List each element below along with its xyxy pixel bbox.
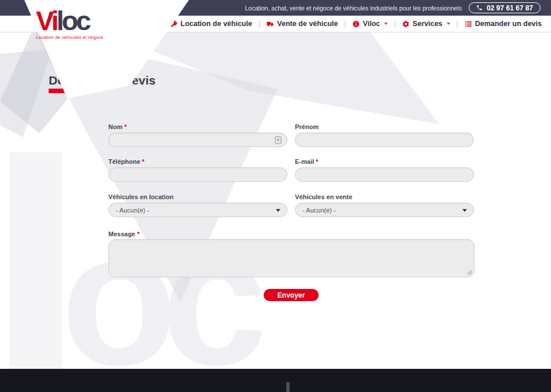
nav-services-menu[interactable]: Services	[402, 20, 450, 28]
vehicules-vente-label: Véhicules en vente	[295, 193, 352, 200]
select-value: - Aucun(e) -	[302, 207, 335, 214]
topbar-tagline: Location, achat, vente et négoce de véhi…	[245, 5, 462, 12]
nav-separator: |	[457, 20, 458, 28]
logo-text-dark: loc	[57, 5, 89, 36]
nav-label: Services	[413, 20, 442, 28]
info-icon	[352, 20, 360, 28]
resize-handle-icon[interactable]	[467, 270, 472, 275]
message-textarea[interactable]	[109, 240, 474, 277]
nav-separator: |	[258, 20, 260, 28]
telephone-label: Téléphone*	[108, 158, 144, 165]
list-icon	[465, 20, 472, 28]
nav-vente-de-vehicule[interactable]: Vente de véhicule	[267, 20, 338, 28]
nav-label: Location de véhicule	[181, 20, 253, 28]
nav-separator: |	[344, 20, 346, 28]
truck-icon	[267, 20, 274, 28]
chevron-down-icon	[276, 209, 280, 212]
envoyer-button[interactable]: Envoyer	[264, 289, 319, 301]
page: oc Location, achat, vente et négoce de v…	[0, 0, 551, 392]
chevron-down-icon	[384, 23, 388, 25]
gear-icon	[402, 20, 410, 28]
nav-label: Demander un devis	[475, 20, 542, 28]
autofill-icon[interactable]	[275, 136, 282, 144]
required-asterisk: *	[142, 158, 144, 165]
email-input[interactable]	[295, 168, 473, 181]
footer	[0, 369, 551, 392]
logo[interactable]: Viloc Location de vehicules et négoce	[36, 7, 103, 40]
background-left-band	[9, 152, 62, 369]
chevron-down-icon	[447, 23, 450, 25]
phone-icon	[476, 5, 483, 11]
nav-viloc-menu[interactable]: Viloc	[352, 20, 388, 28]
nav-location-de-vehicule[interactable]: Location de véhicule	[170, 20, 253, 28]
prenom-field-wrap	[295, 133, 474, 147]
required-asterisk: *	[137, 230, 139, 237]
phone-button[interactable]: 02 97 61 67 87	[469, 2, 541, 13]
nav-demander-un-devis[interactable]: Demander un devis	[465, 20, 542, 28]
nom-field-wrap	[108, 133, 287, 147]
nav-separator: |	[394, 20, 396, 28]
nom-label: Nom*	[108, 123, 127, 130]
required-asterisk: *	[316, 158, 318, 165]
telephone-input[interactable]	[109, 168, 287, 181]
chevron-down-icon	[462, 209, 467, 212]
prenom-input[interactable]	[295, 133, 473, 146]
required-asterisk: *	[124, 123, 126, 130]
nom-input[interactable]	[109, 133, 287, 146]
nav-label: Vente de véhicule	[277, 20, 338, 28]
logo-tagline: Location de vehicules et négoce	[36, 35, 103, 40]
nav-label: Viloc	[363, 20, 380, 28]
email-field-wrap	[295, 167, 474, 182]
vehicules-vente-select[interactable]: - Aucun(e) -	[295, 203, 474, 217]
footer-element	[286, 382, 290, 392]
message-label: Message*	[108, 230, 140, 237]
logo-text-red: Vi	[36, 5, 57, 36]
prenom-label: Prénom	[295, 123, 320, 130]
email-label: E-mail*	[295, 158, 318, 165]
select-value: - Aucun(e) -	[116, 207, 149, 214]
phone-number: 02 97 61 67 87	[487, 4, 533, 12]
vehicules-location-label: Véhicules en location	[108, 193, 173, 200]
vehicules-location-select[interactable]: - Aucun(e) -	[108, 203, 287, 217]
message-field-wrap	[108, 239, 475, 277]
telephone-field-wrap	[108, 167, 287, 182]
